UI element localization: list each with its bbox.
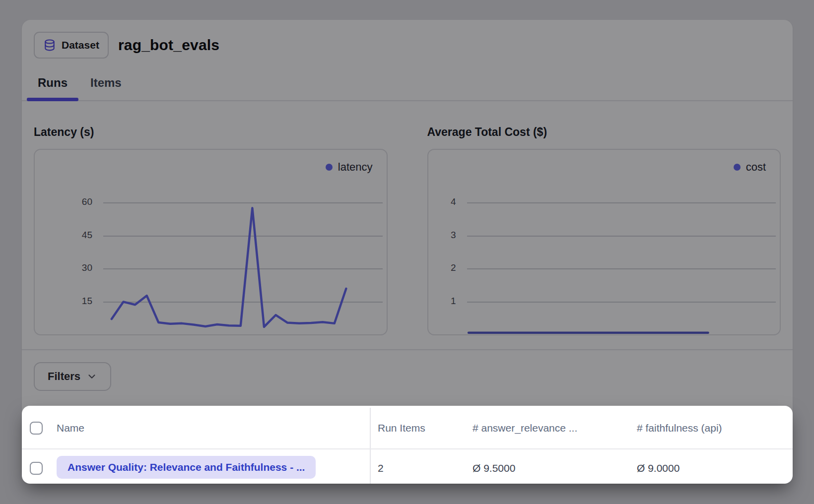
table-row: Answer Quality: Relevance and Faithfulne… [22, 449, 793, 484]
row-checkbox[interactable] [30, 462, 43, 475]
cost-plot: 1234 [428, 150, 780, 334]
y-axis-tick: 60 [35, 196, 92, 207]
filters-button-label: Filters [48, 370, 80, 383]
row-faithfulness-cell: Ø 9.0000 [637, 462, 793, 474]
latency-legend[interactable]: latency [326, 161, 373, 174]
y-axis-tick: 15 [35, 295, 92, 306]
y-axis-tick: 30 [35, 262, 92, 273]
tab-items[interactable]: Items [79, 75, 133, 100]
latency-chart-title: Latency (s) [34, 125, 388, 139]
database-icon [43, 39, 56, 52]
dataset-panel: Dataset rag_bot_evals Runs Items Latency… [22, 20, 793, 484]
charts-section: Latency (s) latency 15304560 Average Tot… [22, 125, 793, 335]
latency-chart-block: Latency (s) latency 15304560 [34, 125, 388, 335]
latency-chart: latency 15304560 [34, 149, 388, 335]
cost-legend-dot-icon [734, 164, 741, 171]
page-title: rag_bot_evals [118, 37, 219, 54]
column-header-faithfulness: # faithfulness (api) [637, 422, 793, 434]
y-axis-tick: 2 [428, 262, 456, 273]
row-answer-relevance-cell: Ø 9.5000 [473, 462, 637, 474]
cost-chart-block: Average Total Cost ($) cost 1234 [427, 125, 781, 335]
cost-legend-label: cost [746, 161, 766, 174]
latency-plot: 15304560 [35, 150, 387, 334]
dataset-badge: Dataset [34, 32, 109, 59]
y-axis-tick: 1 [428, 295, 456, 306]
cost-chart: cost 1234 [427, 149, 781, 335]
column-header-run-items: Run Items [370, 408, 473, 448]
row-name-cell: Answer Quality: Relevance and Faithfulne… [55, 456, 370, 481]
latency-legend-label: latency [338, 161, 373, 174]
row-select-cell [22, 462, 55, 475]
panel-header: Dataset rag_bot_evals [34, 32, 781, 59]
chevron-down-icon [86, 371, 97, 382]
select-all-checkbox[interactable] [30, 422, 43, 435]
filters-button[interactable]: Filters [34, 362, 111, 391]
y-axis-tick: 3 [428, 230, 456, 241]
column-header-answer-relevance: # answer_relevance ... [473, 422, 637, 434]
cost-chart-title: Average Total Cost ($) [427, 125, 781, 139]
column-header-name: Name [55, 422, 370, 434]
tab-bar: Runs Items [22, 75, 793, 101]
y-axis-tick: 4 [428, 196, 456, 207]
row-run-items-cell: 2 [370, 449, 473, 484]
run-name-link[interactable]: Answer Quality: Relevance and Faithfulne… [57, 456, 316, 479]
tab-runs[interactable]: Runs [27, 75, 78, 100]
runs-table: Name Run Items # answer_relevance ... # … [22, 408, 793, 484]
latency-legend-dot-icon [326, 164, 333, 171]
y-axis-tick: 45 [35, 230, 92, 241]
dataset-badge-label: Dataset [62, 39, 99, 51]
cost-legend[interactable]: cost [734, 161, 766, 174]
select-all-cell [22, 422, 55, 435]
table-header-row: Name Run Items # answer_relevance ... # … [22, 408, 793, 449]
table-toolbar: Filters [22, 349, 793, 391]
